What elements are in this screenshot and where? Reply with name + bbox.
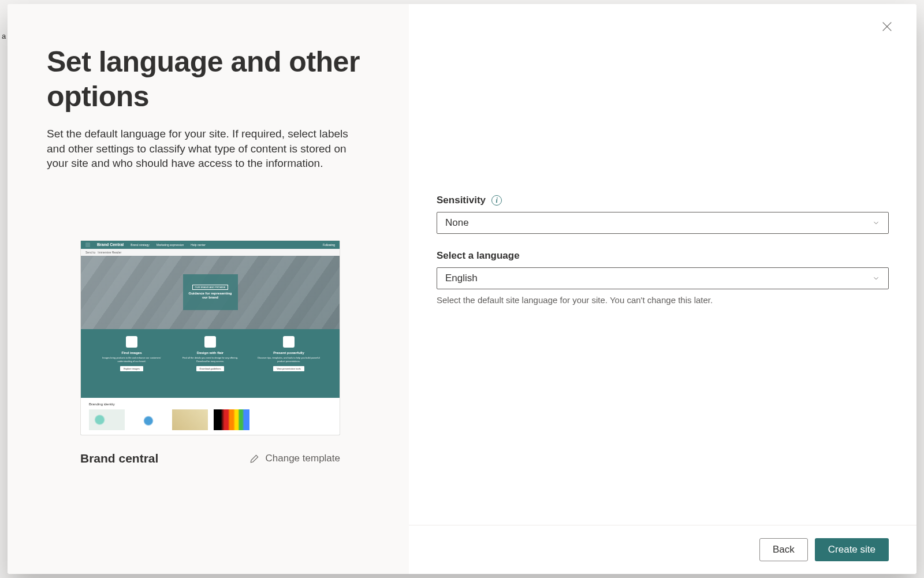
left-panel: Set language and other options Set the d… — [8, 4, 409, 574]
image-icon — [126, 336, 137, 348]
right-panel: Sensitivity i None Select a language Eng… — [409, 4, 916, 574]
preview-col-sub: Find all the details you need to design … — [178, 356, 242, 362]
form-area: Sensitivity i None Select a language Eng… — [409, 4, 916, 321]
document-icon — [204, 336, 216, 348]
preview-col-sub: Discover tips, templates, and tools to h… — [257, 356, 321, 362]
language-value: English — [445, 273, 478, 284]
preview-footer: Branding identity — [81, 398, 340, 435]
info-icon[interactable]: i — [491, 195, 502, 206]
template-preview-image: Brand Central Brand strategy Marketing e… — [81, 241, 340, 435]
sensitivity-label-text: Sensitivity — [437, 195, 486, 206]
language-helper: Select the default site language for you… — [437, 295, 889, 305]
change-template-button[interactable]: Change template — [249, 453, 340, 464]
pencil-icon — [249, 453, 260, 464]
language-select[interactable]: English — [437, 267, 889, 289]
preview-site-name: Brand Central — [97, 243, 124, 247]
preview-sub-item: Send to — [85, 251, 95, 254]
preview-sub-item: Immersive Reader — [98, 251, 121, 254]
presentation-icon — [283, 336, 295, 348]
preview-thumb — [131, 409, 166, 430]
create-site-button[interactable]: Create site — [815, 538, 889, 561]
preview-thumb — [89, 409, 125, 430]
preview-column: Design with flair Find all the details y… — [178, 336, 242, 390]
change-template-label: Change template — [266, 453, 340, 464]
backdrop-text-fragment: a — [2, 32, 6, 40]
language-group: Select a language English Select the def… — [437, 250, 889, 305]
preview-hero: OUR BRAND AND PROMISE Guidance for repre… — [81, 256, 340, 330]
sensitivity-label: Sensitivity i — [437, 195, 889, 206]
preview-subheader: Send to Immersive Reader — [81, 249, 340, 256]
preview-thumbs — [89, 409, 331, 430]
chevron-down-icon — [872, 219, 880, 227]
preview-hero-overlay: OUR BRAND AND PROMISE Guidance for repre… — [183, 274, 238, 310]
preview-nav-item: Brand strategy — [131, 243, 150, 247]
preview-header: Brand Central Brand strategy Marketing e… — [81, 241, 340, 249]
sensitivity-select[interactable]: None — [437, 212, 889, 234]
preview-col-title: Find images — [121, 351, 141, 355]
preview-column: Find images Images bring products to lif… — [100, 336, 163, 390]
preview-column: Present powerfully Discover tips, templa… — [257, 336, 321, 390]
template-name: Brand central — [80, 452, 158, 465]
preview-logo — [85, 243, 90, 247]
preview-col-btn: Explore images — [120, 366, 143, 371]
language-label: Select a language — [437, 250, 889, 262]
template-preview: Brand Central Brand strategy Marketing e… — [80, 240, 340, 435]
preview-thumb — [214, 409, 249, 430]
preview-col-title: Present powerfully — [273, 351, 304, 355]
dialog-title: Set language and other options — [47, 44, 374, 114]
preview-col-btn: Download guidelines — [196, 366, 225, 371]
close-button[interactable] — [881, 20, 893, 35]
preview-follow: Following — [323, 243, 335, 247]
preview-col-btn: View presentation tools — [273, 366, 304, 371]
preview-footer-title: Branding identity — [89, 402, 331, 406]
button-bar: Back Create site — [409, 525, 916, 574]
sensitivity-value: None — [445, 217, 469, 229]
preview-caption: Brand central Change template — [80, 452, 340, 465]
close-icon — [881, 20, 893, 33]
back-button[interactable]: Back — [759, 538, 808, 561]
preview-nav-item: Marketing expression — [157, 243, 184, 247]
preview-col-sub: Images bring products to life and enhanc… — [100, 356, 163, 362]
chevron-down-icon — [872, 274, 880, 282]
preview-hero-title: Guidance for representing our brand — [187, 292, 234, 300]
dialog-subtitle: Set the default language for your site. … — [47, 126, 359, 171]
preview-columns: Find images Images bring products to lif… — [81, 329, 340, 397]
preview-col-title: Design with flair — [197, 351, 223, 355]
preview-nav-item: Help center — [191, 243, 206, 247]
language-label-text: Select a language — [437, 250, 520, 262]
create-site-dialog: Set language and other options Set the d… — [8, 4, 916, 574]
preview-hero-tag: OUR BRAND AND PROMISE — [192, 285, 229, 290]
sensitivity-group: Sensitivity i None — [437, 195, 889, 234]
preview-thumb — [172, 409, 208, 430]
